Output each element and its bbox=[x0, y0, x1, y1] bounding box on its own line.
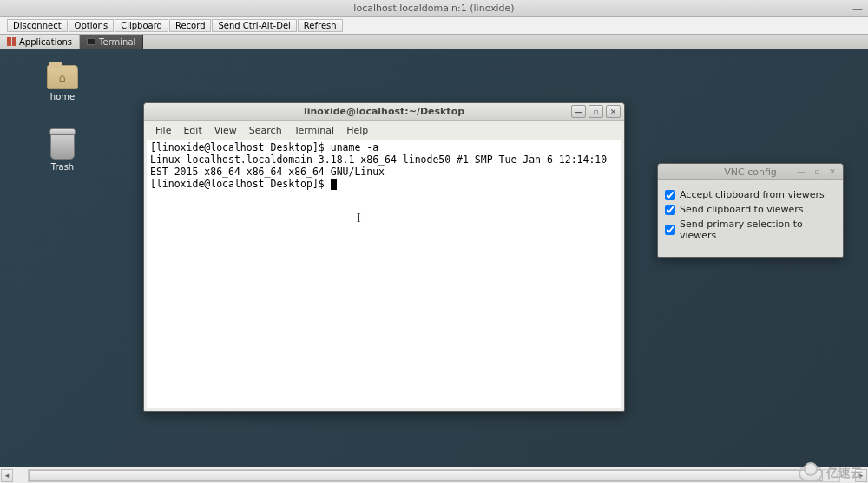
clipboard-button[interactable]: Clipboard bbox=[115, 19, 168, 32]
text-cursor-icon: I bbox=[357, 211, 361, 225]
terminal-window-controls: — ▫ ✕ bbox=[571, 105, 621, 118]
terminal-body[interactable]: [linoxide@localhost Desktop]$ uname -a L… bbox=[147, 140, 621, 408]
send-ctrl-alt-del-button[interactable]: Send Ctrl-Alt-Del bbox=[212, 19, 296, 32]
send-primary-label: Send primary selection to viewers bbox=[680, 219, 836, 241]
vnc-config-title: VNC config bbox=[724, 166, 777, 178]
record-button[interactable]: Record bbox=[169, 19, 212, 32]
terminal-title: linoxide@localhost:~/Desktop bbox=[304, 106, 464, 117]
taskbar-item-terminal[interactable]: Terminal bbox=[80, 35, 143, 49]
options-button[interactable]: Options bbox=[69, 19, 115, 32]
folder-icon: ⌂ bbox=[47, 65, 78, 89]
home-icon-label: home bbox=[50, 92, 75, 101]
send-primary-option[interactable]: Send primary selection to viewers bbox=[665, 219, 836, 241]
desktop-icon-home[interactable]: ⌂ home bbox=[36, 65, 89, 101]
scroll-left-button[interactable]: ◂ bbox=[1, 469, 13, 482]
terminal-titlebar[interactable]: linoxide@localhost:~/Desktop — ▫ ✕ bbox=[144, 103, 624, 121]
applications-icon bbox=[7, 37, 16, 46]
terminal-line-1: [linoxide@localhost Desktop]$ uname -a bbox=[150, 141, 378, 153]
accept-clipboard-label: Accept clipboard from viewers bbox=[680, 189, 825, 200]
terminal-line-2: Linux localhost.localdomain 3.18.1-x86_6… bbox=[150, 153, 613, 178]
remote-desktop[interactable]: Applications Terminal ⌂ home Trash linox… bbox=[0, 35, 868, 467]
viewer-horizontal-scrollbar[interactable]: ◂ ▸ bbox=[0, 467, 868, 483]
refresh-button[interactable]: Refresh bbox=[298, 19, 343, 32]
vnc-config-titlebar[interactable]: VNC config — ▫ ✕ bbox=[658, 164, 843, 180]
vnc-config-maximize-button[interactable]: ▫ bbox=[810, 166, 824, 178]
send-clipboard-option[interactable]: Send clipboard to viewers bbox=[665, 204, 836, 215]
terminal-maximize-button[interactable]: ▫ bbox=[589, 105, 603, 118]
scroll-right-button[interactable]: ▸ bbox=[855, 469, 867, 482]
vnc-config-minimize-button[interactable]: — bbox=[794, 166, 808, 178]
applications-label: Applications bbox=[19, 37, 72, 47]
trash-icon-label: Trash bbox=[51, 162, 74, 172]
home-glyph-icon: ⌂ bbox=[48, 66, 77, 88]
vnc-config-body: Accept clipboard from viewers Send clipb… bbox=[658, 180, 843, 257]
menu-edit[interactable]: Edit bbox=[179, 123, 206, 138]
send-clipboard-label: Send clipboard to viewers bbox=[680, 204, 804, 215]
vnc-config-close-button[interactable]: ✕ bbox=[825, 166, 839, 178]
terminal-cursor-icon bbox=[331, 179, 337, 190]
taskbar-terminal-label: Terminal bbox=[99, 37, 135, 47]
menu-terminal[interactable]: Terminal bbox=[290, 123, 339, 138]
scroll-track[interactable] bbox=[28, 469, 840, 482]
desktop-icon-trash[interactable]: Trash bbox=[36, 132, 89, 172]
remote-taskbar: Applications Terminal bbox=[0, 35, 868, 49]
viewer-title: localhost.localdomain:1 (linoxide) bbox=[353, 3, 514, 14]
send-clipboard-checkbox[interactable] bbox=[665, 205, 675, 215]
send-primary-checkbox[interactable] bbox=[665, 225, 675, 235]
applications-menu-button[interactable]: Applications bbox=[0, 35, 80, 49]
scroll-thumb[interactable] bbox=[29, 470, 823, 481]
trash-icon bbox=[50, 132, 75, 160]
viewer-toolbar: Disconnect Options Clipboard Record Send… bbox=[0, 17, 868, 35]
terminal-menubar: File Edit View Search Terminal Help bbox=[144, 121, 624, 140]
terminal-window[interactable]: linoxide@localhost:~/Desktop — ▫ ✕ File … bbox=[143, 102, 625, 412]
terminal-icon bbox=[87, 38, 95, 45]
menu-file[interactable]: File bbox=[151, 123, 175, 138]
disconnect-button[interactable]: Disconnect bbox=[7, 19, 68, 32]
accept-clipboard-checkbox[interactable] bbox=[665, 190, 675, 200]
menu-view[interactable]: View bbox=[210, 123, 241, 138]
accept-clipboard-option[interactable]: Accept clipboard from viewers bbox=[665, 189, 836, 200]
terminal-minimize-button[interactable]: — bbox=[571, 105, 586, 118]
menu-help[interactable]: Help bbox=[342, 123, 372, 138]
terminal-line-3: [linoxide@localhost Desktop]$ bbox=[150, 178, 331, 190]
vnc-config-window[interactable]: VNC config — ▫ ✕ Accept clipboard from v… bbox=[657, 163, 844, 258]
menu-search[interactable]: Search bbox=[245, 123, 286, 138]
viewer-minimize-icon[interactable]: — bbox=[852, 3, 863, 15]
viewer-titlebar: localhost.localdomain:1 (linoxide) — bbox=[0, 0, 868, 17]
terminal-close-button[interactable]: ✕ bbox=[606, 105, 621, 118]
